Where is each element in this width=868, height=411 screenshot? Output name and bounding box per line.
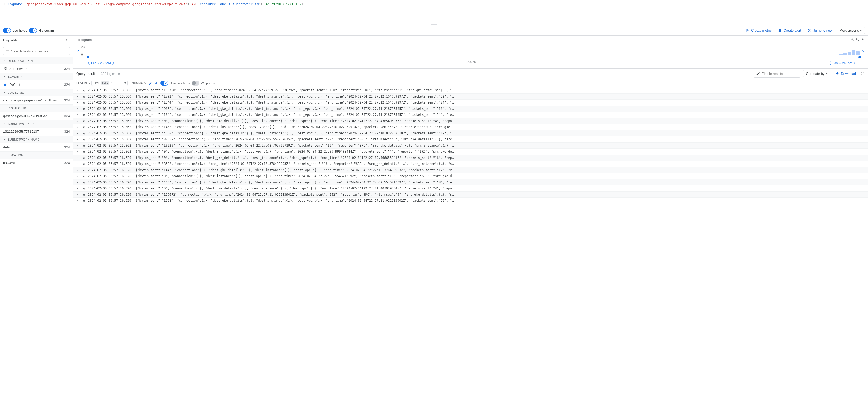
log-row[interactable]: ›2024-02-05 03:57:16.620{"bytes_sent":"1… [73,192,868,198]
facet-label: Subnetwork [9,67,27,71]
resize-handle[interactable] [431,24,437,25]
results-title: Query results [76,72,96,76]
expand-row-icon[interactable]: › [76,168,80,172]
log-row[interactable]: ›2024-02-05 03:57:15.062{"bytes_sent":"1… [73,143,868,149]
log-row[interactable]: ›2024-02-05 03:57:15.062{"bytes_sent":"8… [73,137,868,143]
log-row[interactable]: ›2024-02-05 03:57:16.620{"bytes_sent":"0… [73,185,868,192]
facet-header[interactable]: LOG NAME [0,89,73,96]
find-in-results-input[interactable] [753,70,801,78]
expand-row-icon[interactable]: › [76,162,80,166]
expand-row-icon[interactable]: › [76,95,80,98]
expand-icon[interactable] [861,37,865,41]
expand-row-icon[interactable]: › [76,150,80,153]
toggle-summary-fields[interactable]: Summary fields [160,81,189,86]
log-row[interactable]: ›2024-02-05 03:57:13.660{"bytes_sent":"1… [73,87,868,94]
facet-header[interactable]: SUBNETWORK ID [0,120,73,127]
log-row[interactable]: ›2024-02-05 03:57:16.620{"bytes_sent":"4… [73,179,868,186]
zoom-in-icon[interactable] [856,37,860,41]
log-timestamp: 2024-02-05 03:57:16.620 [88,162,133,166]
search-fields-input[interactable] [3,47,70,55]
query-editor[interactable]: 1 logName:("projects/qwiklabs-gcp-00-2e7… [0,0,868,25]
facet-header[interactable]: PROJECT ID [0,105,73,112]
histogram-bar[interactable] [856,51,860,55]
expand-row-icon[interactable]: › [76,193,80,196]
log-row[interactable]: ›2024-02-05 03:57:16.620{"bytes_sent":"0… [73,173,868,179]
severity-icon [82,119,86,123]
more-actions-button[interactable]: More actions [837,27,865,34]
facet-item[interactable]: Subnetwork324 [0,64,73,73]
facet-header[interactable]: LOCATION [0,151,73,159]
timezone-chip[interactable]: IST ▾ [101,81,109,85]
facet-item[interactable]: us-west1324 [0,159,73,167]
fullscreen-icon[interactable] [861,72,865,76]
log-row[interactable]: ›2024-02-05 03:57:13.660{"bytes_sent":"1… [73,94,868,100]
histogram-prev-button[interactable]: ‹ [76,48,80,54]
log-table-header: SEVERITY TIME IST ▾ ↑ SUMMARY Edit Summa… [73,79,868,87]
facet-item[interactable]: 1321292905877716137324 [0,127,73,136]
chevron-down-icon[interactable] [124,82,126,84]
log-row[interactable]: ›2024-02-05 03:57:16.620{"bytes_sent":"8… [73,161,868,167]
log-row[interactable]: ›2024-02-05 03:57:16.620{"bytes_sent":"1… [73,167,868,173]
download-button[interactable]: Download [833,71,858,77]
histogram-bar[interactable] [852,50,856,55]
expand-row-icon[interactable]: › [76,180,80,184]
edit-summary-button[interactable]: Edit [149,81,158,85]
jump-to-now-button[interactable]: Jump to now [805,27,835,34]
create-alert-button[interactable]: Create alert [776,27,803,34]
log-row[interactable]: ›2024-02-05 03:57:13.660{"bytes_sent":"9… [73,106,868,112]
filter-icon [5,49,10,53]
expand-row-icon[interactable]: › [76,199,80,202]
histogram-bar[interactable] [839,54,843,55]
sort-asc-icon[interactable]: ↑ [110,81,112,85]
range-start-handle[interactable] [87,56,89,58]
histogram-next-button[interactable]: › [861,48,865,54]
facet-count: 324 [64,129,70,134]
expand-row-icon[interactable]: › [76,88,80,92]
facet-header[interactable]: SEVERITY [0,73,73,80]
facet-item[interactable]: Default324 [0,80,73,89]
col-severity[interactable]: SEVERITY [76,82,89,85]
expand-row-icon[interactable]: › [76,113,80,117]
expand-row-icon[interactable]: › [76,107,80,111]
range-start-chip[interactable]: Feb 5, 2:57 AM [88,60,114,65]
expand-row-icon[interactable]: › [76,156,80,159]
toggle-wrap-lines[interactable]: Wrap lines [192,81,215,86]
severity-icon [82,113,86,116]
severity-icon [82,181,86,184]
log-row[interactable]: ›2024-02-05 03:57:13.660{"bytes_sent":"1… [73,99,868,106]
expand-row-icon[interactable]: › [76,119,80,123]
histogram-bar[interactable] [843,53,847,55]
log-row[interactable]: ›2024-02-05 03:57:15.062{"bytes_sent":"0… [73,149,868,155]
facet-header[interactable]: RESOURCE TYPE [0,57,73,64]
histogram-bar[interactable] [848,52,851,55]
histogram-chart[interactable] [88,44,860,57]
expand-row-icon[interactable]: › [76,174,80,178]
expand-row-icon[interactable]: › [76,125,80,129]
log-row[interactable]: ›2024-02-05 03:57:15.062{"bytes_sent":"1… [73,124,868,130]
log-row[interactable]: ›2024-02-05 03:57:13.660{"bytes_sent":"1… [73,112,868,118]
correlate-by-button[interactable]: Correlate by [803,70,831,78]
expand-row-icon[interactable]: › [76,101,80,104]
expand-row-icon[interactable]: › [76,131,80,135]
log-row[interactable]: ›2024-02-05 03:57:16.620{"bytes_sent":"1… [73,198,868,204]
log-row[interactable]: ›2024-02-05 03:57:15.062{"bytes_sent":"4… [73,130,868,137]
range-end-handle[interactable] [858,56,861,58]
facet-item[interactable]: compute.googleapis.com/vpc_flows324 [0,96,73,104]
log-row[interactable]: ›2024-02-05 03:57:15.062{"bytes_sent":"0… [73,118,868,124]
log-table[interactable]: ›2024-02-05 03:57:13.660{"bytes_sent":"1… [73,87,868,411]
col-time[interactable]: TIME IST ▾ ↑ [92,81,128,86]
collapse-icon[interactable] [66,38,70,43]
create-metric-button[interactable]: Create metric [743,27,774,34]
zoom-out-icon[interactable] [850,37,855,41]
log-row[interactable]: ›2024-02-05 03:57:16.620{"bytes_sent":"0… [73,155,868,161]
query-text[interactable]: logName:("projects/qwiklabs-gcp-00-2e76b… [8,2,868,6]
toggle-log-fields[interactable]: Log fields [3,28,27,33]
toggle-histogram[interactable]: Histogram [29,28,54,33]
facet-item[interactable]: default324 [0,143,73,151]
facet-header[interactable]: SUBNETWORK NAME [0,136,73,143]
expand-row-icon[interactable]: › [76,186,80,190]
facet-item[interactable]: qwiklabs-gcp-00-2e76b685af56324 [0,112,73,120]
expand-row-icon[interactable]: › [76,144,80,147]
range-end-chip[interactable]: Feb 5, 3:58 AM [830,60,855,65]
expand-row-icon[interactable]: › [76,138,80,141]
